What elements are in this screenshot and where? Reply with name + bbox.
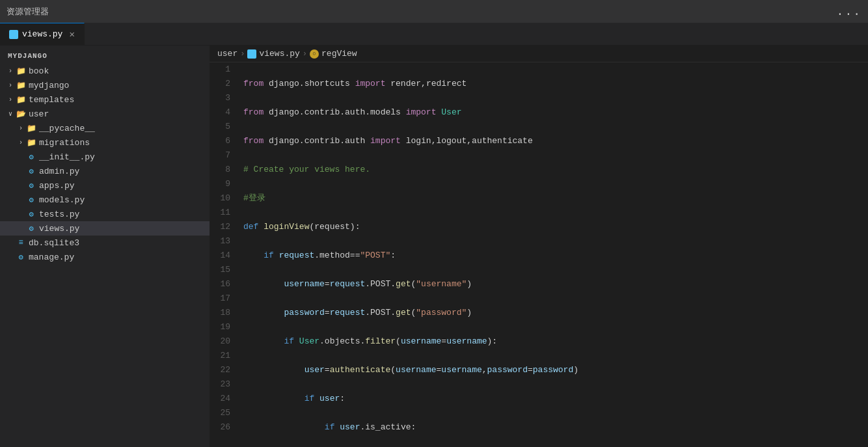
- sqlite-icon: ≡: [16, 237, 26, 248]
- editor: user › views.py › ○ regView 12345 678910…: [210, 46, 868, 447]
- breadcrumb-file: views.py: [259, 49, 299, 59]
- code-line-6: def loginView(request):: [243, 220, 868, 234]
- sidebar-item-book[interactable]: › 📁 book: [0, 64, 210, 78]
- code-line-9: password=request.POST.get("password"): [243, 306, 868, 320]
- collapse-arrow-mydjango: ›: [5, 82, 16, 89]
- python-file-icon: [9, 30, 18, 39]
- sidebar-item-manage[interactable]: ⚙ manage.py: [0, 250, 210, 264]
- python-icon-init: ⚙: [26, 152, 36, 162]
- sidebar-label-admin: admin.py: [39, 167, 79, 176]
- python-icon-models: ⚙: [26, 195, 36, 205]
- sidebar-item-migrations[interactable]: › 📁 migrations: [0, 135, 210, 150]
- folder-icon-migrations: 📁: [26, 137, 36, 148]
- breadcrumb: user › views.py › ○ regView: [210, 46, 868, 62]
- sidebar-item-admin[interactable]: ⚙ admin.py: [0, 164, 210, 178]
- code-line-11: user=authenticate(username=username,pass…: [243, 363, 868, 377]
- sidebar-label-apps: apps.py: [39, 181, 75, 191]
- python-icon-tests: ⚙: [26, 209, 36, 219]
- sidebar-label-pycache: __pycache__: [39, 124, 95, 133]
- python-icon-views: ⚙: [26, 223, 36, 234]
- folder-icon-mydjango: 📁: [16, 80, 26, 90]
- sidebar-label-init: __init__.py: [39, 152, 95, 162]
- sidebar-item-views[interactable]: ⚙ views.py: [0, 221, 210, 236]
- title-bar: 资源管理器 ...: [0, 0, 868, 23]
- sidebar-item-tests[interactable]: ⚙ tests.py: [0, 207, 210, 221]
- line-numbers: 12345 678910 1112131415 1617181920 21222…: [210, 62, 241, 447]
- collapse-arrow-book: ›: [5, 68, 16, 75]
- sidebar-item-user[interactable]: ∨ 📂 user: [0, 107, 210, 121]
- sidebar-item-templates[interactable]: › 📁 templates: [0, 92, 210, 107]
- sidebar-label-templates: templates: [29, 95, 74, 105]
- sidebar-label-migrations: migrations: [39, 138, 90, 148]
- sidebar-label-mydjango: mydjango: [29, 81, 69, 90]
- tab-label: views.py: [22, 29, 62, 39]
- sidebar-item-mydjango[interactable]: › 📁 mydjango: [0, 78, 210, 92]
- sidebar-label-views: views.py: [39, 224, 79, 234]
- more-options-button[interactable]: ...: [837, 5, 861, 18]
- collapse-arrow-templates: ›: [5, 96, 16, 103]
- tab-close-button[interactable]: ✕: [69, 29, 74, 40]
- python-icon-admin: ⚙: [26, 166, 36, 176]
- breadcrumb-sep-2: ›: [303, 49, 307, 59]
- code-content[interactable]: from django.shortcuts import render,redi…: [241, 62, 868, 447]
- collapse-arrow-pycache: ›: [16, 125, 26, 132]
- breadcrumb-func-icon: ○: [310, 49, 319, 59]
- folder-icon-book: 📁: [16, 66, 26, 76]
- sidebar-item-dbsqlite[interactable]: ≡ db.sqlite3: [0, 236, 210, 250]
- title-bar-text: 资源管理器: [7, 6, 49, 18]
- code-line-7: if request.method=="POST":: [243, 249, 868, 263]
- collapse-arrow-migrations: ›: [16, 139, 26, 146]
- sidebar-label-book: book: [29, 66, 49, 76]
- folder-icon-templates: 📁: [16, 94, 26, 105]
- code-line-4: # Create your views here.: [243, 163, 868, 177]
- sidebar-item-pycache[interactable]: › 📁 __pycache__: [0, 121, 210, 135]
- sidebar-label-manage: manage.py: [29, 252, 74, 262]
- python-icon-apps: ⚙: [26, 180, 36, 191]
- code-line-12: if user:: [243, 392, 868, 406]
- code-line-10: if User.objects.filter(username=username…: [243, 334, 868, 349]
- code-line-5: #登录: [243, 191, 868, 206]
- code-line-3: from django.contrib.auth import login,lo…: [243, 134, 868, 148]
- folder-icon-user: 📂: [16, 109, 26, 119]
- main-layout: MYDJANGO › 📁 book › 📁 mydjango › 📁 templ…: [0, 46, 868, 447]
- code-line-2: from django.contrib.auth.models import U…: [243, 105, 868, 120]
- folder-icon-pycache: 📁: [26, 123, 36, 133]
- sidebar-root-label: MYDJANGO: [0, 46, 210, 64]
- breadcrumb-sep-1: ›: [240, 49, 245, 59]
- expand-arrow-user: ∨: [5, 110, 16, 118]
- code-area[interactable]: 12345 678910 1112131415 1617181920 21222…: [210, 62, 868, 447]
- code-line-13: if user.is_active:: [243, 420, 868, 435]
- sidebar-label-user: user: [29, 109, 49, 119]
- tab-views-py[interactable]: views.py ✕: [0, 23, 85, 45]
- breadcrumb-func: regView: [321, 49, 357, 59]
- breadcrumb-user: user: [217, 49, 237, 59]
- tab-bar: views.py ✕: [0, 23, 868, 46]
- sidebar-label-dbsqlite: db.sqlite3: [29, 238, 79, 248]
- code-line-8: username=request.POST.get("username"): [243, 277, 868, 291]
- sidebar: MYDJANGO › 📁 book › 📁 mydjango › 📁 templ…: [0, 46, 210, 447]
- sidebar-item-apps[interactable]: ⚙ apps.py: [0, 178, 210, 193]
- sidebar-item-init[interactable]: ⚙ __init__.py: [0, 150, 210, 164]
- python-icon-manage: ⚙: [16, 252, 26, 262]
- code-line-1: from django.shortcuts import render,redi…: [243, 77, 868, 91]
- breadcrumb-file-icon: [247, 49, 256, 59]
- sidebar-label-tests: tests.py: [39, 210, 79, 219]
- sidebar-label-models: models.py: [39, 195, 85, 205]
- sidebar-item-models[interactable]: ⚙ models.py: [0, 193, 210, 207]
